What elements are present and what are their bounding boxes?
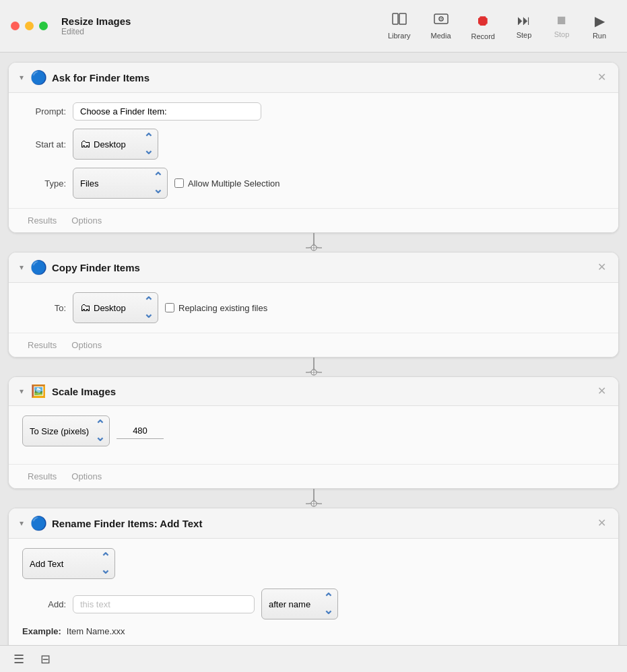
scale-images-options-tab[interactable]: Options <box>66 470 107 483</box>
media-icon <box>434 12 449 29</box>
add-text-select-row: Add Text Replace Text Make Sequential ⌃⌄ <box>22 548 605 579</box>
to-row: To: 🗂 Desktop Documents Downloads ⌃⌄ Rep… <box>22 292 605 323</box>
start-at-select[interactable]: 🗂 Desktop Documents Downloads ⌃⌄ <box>73 129 158 160</box>
scale-size-input[interactable] <box>117 423 164 439</box>
run-button[interactable]: ▶ Run <box>583 9 616 44</box>
type-row: Type: Files Folders Files and Folders ⌃⌄… <box>22 168 605 199</box>
rename-finder-icon: 🔵 <box>30 515 46 531</box>
ask-finder-results-tab[interactable]: Results <box>22 214 62 227</box>
maximize-button[interactable] <box>39 22 48 30</box>
titlebar: Resize Images Edited Library Media <box>0 0 627 53</box>
rename-finder-header: ▾ 🔵 Rename Finder Items: Add Text ✕ <box>9 508 618 539</box>
stop-button[interactable]: ⏹ Stop <box>545 9 579 42</box>
bottom-bar: ☰ ⊟ <box>0 645 627 672</box>
stop-label: Stop <box>554 30 570 38</box>
start-at-dropdown[interactable]: Desktop Documents Downloads <box>94 139 141 149</box>
media-button[interactable]: Media <box>423 8 459 44</box>
scale-images-title: Scale Images <box>52 386 589 397</box>
scale-images-header: ▾ 🖼️ Scale Images ✕ <box>9 377 618 406</box>
scale-images-body: To Size (pixels) By Percentage ⌃⌄ <box>9 406 618 464</box>
rename-finder-body: Add Text Replace Text Make Sequential ⌃⌄… <box>9 539 618 650</box>
close-button[interactable] <box>11 22 20 30</box>
allow-multiple-label[interactable]: Allow Multiple Selection <box>174 178 280 189</box>
to-folder-icon: 🗂 <box>80 302 91 314</box>
svg-rect-1 <box>399 13 406 24</box>
list-view-icon: ☰ <box>13 652 24 666</box>
library-label: Library <box>388 32 411 40</box>
type-arrow-icon: ⌃⌄ <box>153 171 163 195</box>
minimize-button[interactable] <box>25 22 34 30</box>
position-select[interactable]: after name before name ⌃⌄ <box>261 589 338 619</box>
scale-images-collapse-button[interactable]: ▾ <box>18 387 25 396</box>
desktop-folder-icon: 🗂 <box>80 138 91 150</box>
toolbar-actions: Library Media ⏺ Record ⏭ Step ⏹ Stop <box>380 8 616 44</box>
add-text-arrow-icon: ⌃⌄ <box>100 551 110 576</box>
connector-3 <box>8 489 619 508</box>
add-row: Add: after name before name ⌃⌄ <box>22 589 605 619</box>
record-label: Record <box>471 32 495 40</box>
copy-finder-body: To: 🗂 Desktop Documents Downloads ⌃⌄ Rep… <box>9 283 618 333</box>
main-content: ▾ 🔵 Ask for Finder Items ✕ Prompt: Start… <box>0 53 627 672</box>
copy-finder-icon: 🔵 <box>30 259 46 275</box>
to-select[interactable]: 🗂 Desktop Documents Downloads ⌃⌄ <box>73 292 158 323</box>
copy-finder-options-tab[interactable]: Options <box>66 339 107 351</box>
copy-finder-results-tab[interactable]: Results <box>22 339 62 351</box>
svg-rect-0 <box>393 13 398 24</box>
step-button[interactable]: ⏭ Step <box>507 9 541 43</box>
allow-multiple-checkbox[interactable] <box>174 178 184 188</box>
start-at-label: Start at: <box>22 139 66 149</box>
scale-images-icon: 🖼️ <box>30 384 46 399</box>
example-row: Example: Item Name.xxx <box>22 626 605 636</box>
media-label: Media <box>431 32 451 40</box>
example-label: Example: <box>22 626 61 636</box>
scale-type-dropdown[interactable]: To Size (pixels) By Percentage <box>30 426 92 436</box>
ask-finder-options-tab[interactable]: Options <box>66 214 107 227</box>
rename-finder-close-button[interactable]: ✕ <box>595 518 609 529</box>
library-icon <box>392 12 407 29</box>
start-at-row: Start at: 🗂 Desktop Documents Downloads … <box>22 129 605 160</box>
ask-finder-icon: 🔵 <box>30 69 46 86</box>
ask-finder-close-button[interactable]: ✕ <box>595 72 609 83</box>
scale-images-results-tab[interactable]: Results <box>22 470 62 483</box>
scale-images-close-button[interactable]: ✕ <box>595 386 609 397</box>
prompt-label: Prompt: <box>22 106 66 116</box>
allow-multiple-text: Allow Multiple Selection <box>188 178 280 189</box>
grid-view-button[interactable]: ⊟ <box>38 649 53 669</box>
app-title-block: Resize Images Edited <box>61 15 131 36</box>
replacing-label[interactable]: Replacing existing files <box>165 303 267 313</box>
record-button[interactable]: ⏺ Record <box>463 8 503 44</box>
ask-finder-items-card: ▾ 🔵 Ask for Finder Items ✕ Prompt: Start… <box>8 62 619 233</box>
connector-1 <box>8 233 619 252</box>
grid-view-icon: ⊟ <box>40 652 51 666</box>
add-text-type-select[interactable]: Add Text Replace Text Make Sequential ⌃⌄ <box>22 548 115 579</box>
ask-finder-collapse-button[interactable]: ▾ <box>18 73 25 82</box>
rename-finder-title: Rename Finder Items: Add Text <box>52 518 589 529</box>
copy-finder-collapse-button[interactable]: ▾ <box>18 263 25 272</box>
run-label: Run <box>593 32 606 40</box>
prompt-input[interactable] <box>73 102 261 121</box>
copy-finder-header: ▾ 🔵 Copy Finder Items ✕ <box>9 253 618 283</box>
add-text-input[interactable] <box>73 595 255 613</box>
to-dropdown[interactable]: Desktop Documents Downloads <box>94 303 141 313</box>
prompt-row: Prompt: <box>22 102 605 121</box>
ask-finder-title: Ask for Finder Items <box>52 72 589 83</box>
add-label: Add: <box>22 599 66 609</box>
rename-finder-collapse-button[interactable]: ▾ <box>18 518 25 528</box>
connector-2 <box>8 358 619 376</box>
replacing-text: Replacing existing files <box>178 303 267 313</box>
scale-type-select[interactable]: To Size (pixels) By Percentage ⌃⌄ <box>22 415 110 446</box>
replacing-checkbox[interactable] <box>165 303 174 312</box>
ask-finder-items-header: ▾ 🔵 Ask for Finder Items ✕ <box>9 63 618 93</box>
type-select[interactable]: Files Folders Files and Folders ⌃⌄ <box>73 168 168 199</box>
scale-images-card: ▾ 🖼️ Scale Images ✕ To Size (pixels) By … <box>8 376 619 489</box>
position-dropdown[interactable]: after name before name <box>269 599 321 609</box>
stop-icon: ⏹ <box>556 13 568 28</box>
scale-images-footer: Results Options <box>9 464 618 488</box>
library-button[interactable]: Library <box>380 8 419 44</box>
ask-finder-body: Prompt: Start at: 🗂 Desktop Documents Do… <box>9 93 618 208</box>
app-subtitle: Edited <box>61 27 131 36</box>
copy-finder-close-button[interactable]: ✕ <box>595 262 609 273</box>
list-view-button[interactable]: ☰ <box>11 649 27 669</box>
type-dropdown[interactable]: Files Folders Files and Folders <box>80 178 150 189</box>
add-text-type-dropdown[interactable]: Add Text Replace Text Make Sequential <box>30 559 98 569</box>
